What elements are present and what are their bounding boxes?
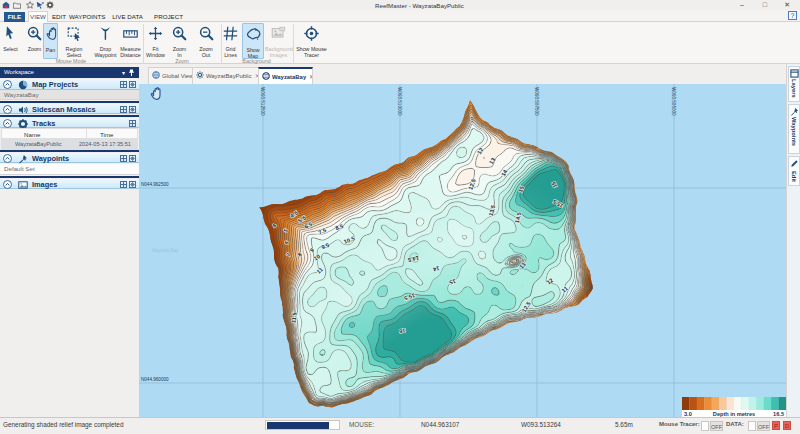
svg-text:W093.510000: W093.510000 xyxy=(397,87,402,116)
svg-text:N044.962500: N044.962500 xyxy=(141,182,169,187)
svg-text:W093.505000: W093.505000 xyxy=(671,87,676,116)
svg-text:W093.512500: W093.512500 xyxy=(260,87,265,116)
svg-text:16: 16 xyxy=(399,328,406,335)
svg-text:N044.960000: N044.960000 xyxy=(141,377,169,382)
svg-text:Wayzata Bay: Wayzata Bay xyxy=(152,248,179,253)
svg-text:W093.507500: W093.507500 xyxy=(534,87,539,116)
